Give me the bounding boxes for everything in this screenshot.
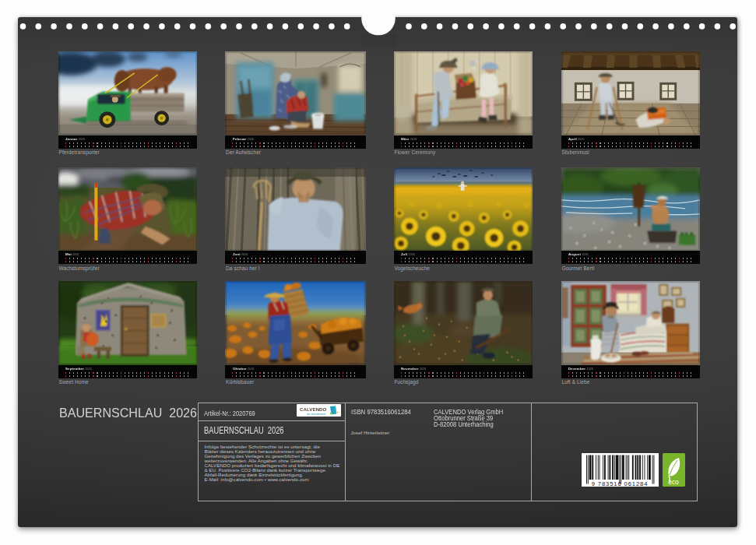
svg-text:eco: eco [668,478,679,486]
svg-text:9 783516 061284: 9 783516 061284 [591,480,648,487]
